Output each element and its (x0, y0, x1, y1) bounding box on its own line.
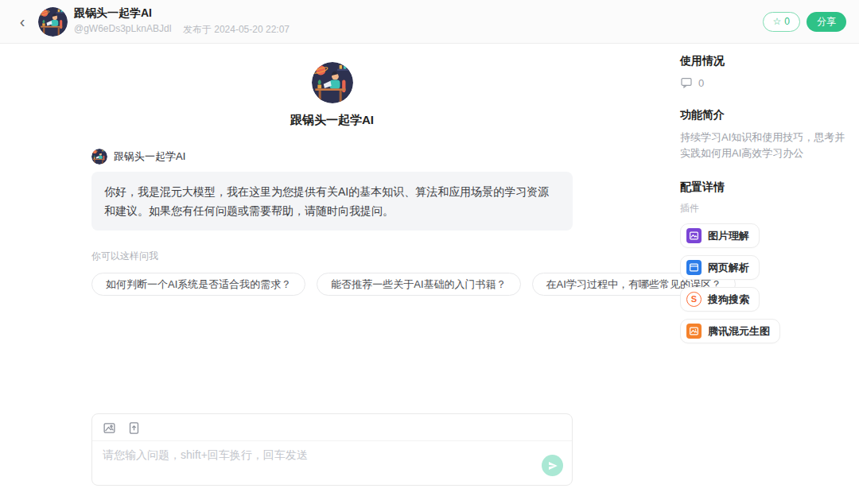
hunyuan-image-icon (686, 324, 702, 339)
suggestions-label: 你可以这样问我 (91, 250, 573, 263)
share-button[interactable]: 分享 (807, 12, 846, 32)
suggestion-pill[interactable]: 如何判断一个AI系统是否适合我的需求？ (91, 273, 305, 296)
publish-date: 发布于 2024-05-20 22:07 (183, 23, 290, 37)
image-understanding-icon (686, 228, 702, 243)
suggestion-list: 如何判断一个AI系统是否适合我的需求？ 能否推荐一些关于AI基础的入门书籍？ 在… (91, 273, 573, 296)
plugin-name: 图片理解 (708, 229, 749, 243)
image-upload-icon[interactable] (103, 421, 116, 435)
plugin-sogou-search[interactable]: S 搜狗搜索 (680, 287, 760, 312)
plugins-label: 插件 (680, 202, 855, 215)
plugin-name: 搜狗搜索 (708, 293, 749, 307)
usage-title: 使用情况 (680, 54, 855, 68)
message-sender-name: 跟锅头一起学AI (114, 149, 185, 164)
plugin-image-understanding[interactable]: 图片理解 (680, 223, 760, 248)
info-sidebar: 使用情况 0 功能简介 持续学习AI知识和使用技巧，思考并实践如何用AI高效学习… (680, 54, 855, 351)
file-upload-icon[interactable] (127, 421, 141, 435)
chat-count-icon (680, 76, 693, 89)
send-button[interactable] (542, 455, 563, 476)
top-bar: ‹ 跟锅头一起学AI @gW6eDs3pLknABJdI 发布于 2024-05… (0, 0, 859, 44)
message-input[interactable] (92, 441, 572, 483)
intro-text: 持续学习AI知识和使用技巧，思考并实践如何用AI高效学习办公 (680, 130, 855, 161)
plugin-hunyuan-image[interactable]: 腾讯混元生图 (680, 319, 780, 343)
star-count: 0 (784, 16, 790, 27)
intro-title: 功能简介 (680, 108, 855, 122)
plugin-name: 腾讯混元生图 (708, 324, 770, 339)
favorite-button[interactable]: ☆ 0 (763, 12, 800, 32)
plugin-name: 网页解析 (708, 261, 749, 275)
composer-toolbar (92, 414, 572, 441)
web-parsing-icon (686, 260, 702, 275)
chat-panel: 跟锅头一起学AI 跟锅头一起学AI 你好，我是混元大模型，我在这里为您提供有关A… (91, 44, 573, 296)
back-icon[interactable]: ‹ (13, 12, 32, 31)
bot-message: 跟锅头一起学AI 你好，我是混元大模型，我在这里为您提供有关AI的基本知识、算法… (91, 149, 573, 231)
plugin-list: 图片理解 网页解析 S 搜狗搜索 (680, 223, 855, 343)
bot-avatar (38, 7, 68, 37)
usage-count: 0 (698, 77, 704, 89)
bot-avatar-large (312, 62, 353, 103)
message-composer (91, 413, 573, 486)
plugin-web-parsing[interactable]: 网页解析 (680, 255, 760, 280)
bot-avatar-small (91, 149, 107, 165)
bot-name: 跟锅头一起学AI (290, 113, 374, 128)
star-icon: ☆ (773, 16, 782, 27)
bot-handle: @gW6eDs3pLknABJdI (74, 23, 172, 37)
bot-hero: 跟锅头一起学AI (91, 44, 573, 128)
bot-title: 跟锅头一起学AI (74, 6, 290, 21)
sogou-search-icon: S (686, 292, 702, 307)
suggestion-pill[interactable]: 能否推荐一些关于AI基础的入门书籍？ (317, 273, 520, 296)
config-title: 配置详情 (680, 180, 855, 195)
greeting-bubble: 你好，我是混元大模型，我在这里为您提供有关AI的基本知识、算法和应用场景的学习资… (91, 172, 573, 231)
